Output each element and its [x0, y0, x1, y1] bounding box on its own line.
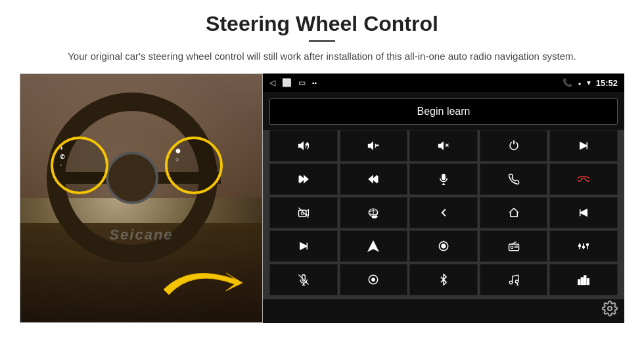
status-right-icons: 📞 ⬥ ▾ 15:52	[563, 78, 618, 88]
steering-wheel-panel: + ✆ - ⬢ ○ Seicane	[20, 74, 263, 323]
cam-button[interactable]	[269, 197, 338, 228]
svg-marker-0	[298, 142, 303, 150]
home-button[interactable]	[480, 197, 548, 228]
svg-point-46	[372, 278, 375, 282]
recents-icon: ▭	[298, 78, 306, 87]
skip-back-button[interactable]	[549, 197, 618, 228]
back-arrow-icon: ◁	[269, 78, 275, 87]
svg-text:360°: 360°	[373, 216, 378, 219]
360-view-button[interactable]: 360°	[340, 197, 408, 228]
next-button[interactable]	[269, 230, 338, 262]
title-section: Steering Wheel Control Your original car…	[20, 12, 624, 64]
source-button[interactable]	[409, 230, 478, 262]
navigate-button[interactable]	[340, 230, 408, 262]
watermark: Seicane	[109, 226, 173, 243]
svg-rect-16	[442, 175, 446, 180]
svg-point-40	[583, 246, 585, 248]
phone-call-button[interactable]	[480, 163, 548, 195]
svg-marker-11	[304, 176, 308, 183]
left-control-circle: + ✆ -	[51, 137, 108, 194]
circle-btn-button[interactable]	[340, 264, 408, 295]
right-control-circle: ⬢ ○	[165, 137, 223, 194]
svg-point-31	[442, 244, 446, 248]
svg-marker-27	[300, 243, 308, 250]
svg-marker-10	[300, 176, 304, 183]
svg-point-34	[511, 246, 513, 249]
radio-button[interactable]	[480, 230, 548, 262]
steering-wheel-bg: + ✆ - ⬢ ○ Seicane	[20, 74, 262, 322]
svg-rect-50	[578, 280, 580, 285]
vol-mute-button[interactable]	[409, 130, 478, 161]
svg-point-48	[515, 280, 518, 284]
svg-marker-26	[580, 209, 587, 217]
page-title: Steering Wheel Control	[20, 12, 624, 36]
steering-wheel-center	[106, 152, 158, 204]
fast-forward-button[interactable]	[269, 163, 338, 195]
phone-icon: 📞	[563, 78, 572, 87]
signal-icon: ▪▪	[312, 79, 317, 87]
page-container: Steering Wheel Control Your original car…	[0, 0, 644, 329]
bars-button[interactable]	[549, 264, 618, 295]
gear-row	[263, 299, 624, 323]
svg-rect-52	[584, 276, 586, 285]
content-row: + ✆ - ⬢ ○ Seicane	[20, 74, 624, 323]
arrow	[157, 250, 262, 309]
equalizer-button[interactable]	[549, 230, 618, 262]
svg-text:♪: ♪	[517, 284, 518, 285]
hang-up-button[interactable]	[549, 163, 618, 195]
settings-button[interactable]	[602, 301, 618, 320]
svg-point-38	[579, 245, 581, 247]
rewind-fast-button[interactable]	[340, 163, 408, 195]
svg-rect-53	[587, 279, 589, 285]
svg-marker-5	[438, 142, 443, 150]
time-display: 15:52	[596, 78, 618, 88]
controls-grid: + −	[263, 130, 624, 299]
home-icon: ⬜	[282, 78, 292, 87]
svg-marker-13	[373, 176, 377, 183]
svg-marker-14	[369, 176, 373, 183]
vol-up-button[interactable]: +	[269, 130, 338, 161]
back-button[interactable]	[409, 197, 478, 228]
svg-rect-51	[581, 278, 583, 285]
android-panel: ◁ ⬜ ▭ ▪▪ 📞 ⬥ ▾ 15:52 Begin learn	[263, 74, 624, 323]
svg-text:+: +	[306, 142, 309, 146]
prev-track-button[interactable]	[549, 130, 618, 161]
svg-marker-29	[369, 242, 379, 251]
mic2-button[interactable]	[269, 264, 338, 295]
power-button[interactable]	[480, 130, 548, 161]
status-left-icons: ◁ ⬜ ▭ ▪▪	[269, 78, 317, 87]
svg-point-42	[587, 243, 589, 245]
music-button[interactable]: ♪	[480, 264, 548, 295]
svg-text:−: −	[376, 142, 379, 148]
wifi-icon: ▾	[587, 78, 591, 87]
svg-point-54	[608, 306, 612, 310]
subtitle: Your original car's steering wheel contr…	[20, 49, 624, 64]
status-bar: ◁ ⬜ ▭ ▪▪ 📞 ⬥ ▾ 15:52	[263, 74, 624, 92]
begin-learn-button[interactable]: Begin learn	[269, 98, 618, 125]
microphone-button[interactable]	[409, 163, 478, 195]
location-icon: ⬥	[578, 79, 582, 87]
svg-marker-9	[580, 142, 587, 150]
vol-down-button[interactable]: −	[340, 130, 408, 161]
bluetooth-button[interactable]	[409, 264, 478, 295]
svg-point-47	[509, 281, 513, 284]
begin-learn-row: Begin learn	[263, 92, 624, 130]
svg-marker-3	[369, 142, 373, 150]
title-divider	[309, 40, 335, 42]
